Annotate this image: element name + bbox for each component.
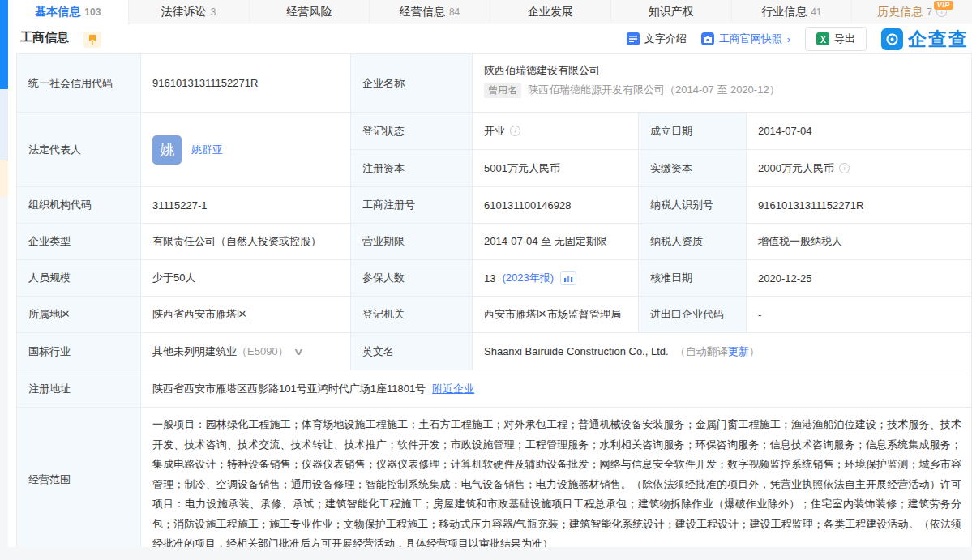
tab-label: 经营风险 [286, 5, 332, 19]
field-value-business-term: 2014-07-04 至 无固定期限 [473, 224, 639, 260]
tab-label: 法律诉讼 [161, 5, 207, 19]
field-label-insured-count: 参保人数 [351, 260, 473, 297]
legal-rep-link[interactable]: 姚群亚 [191, 143, 223, 157]
field-label-staff-size: 人员规模 [17, 260, 141, 297]
field-label-credit-code: 统一社会信用代码 [17, 54, 141, 113]
official-snapshot-label: 工商官网快照 [719, 32, 782, 46]
reg-status-text: 开业 [484, 124, 505, 139]
tab-industry-info[interactable]: 行业信息 41 [731, 0, 852, 24]
field-value-reg-status: 开业 i [473, 113, 639, 150]
field-value-taxpayer-quality: 增值税一般纳税人 [747, 224, 972, 260]
field-value-org-code: 31115227-1 [141, 187, 351, 224]
official-snapshot-button[interactable]: 工商官网快照 › [701, 32, 790, 46]
brand-logo-group: 企查查 [881, 27, 969, 52]
field-label-company-type: 企业类型 [17, 224, 141, 260]
field-label-english-name: 英文名 [351, 333, 473, 370]
export-button[interactable]: 导出 [805, 27, 867, 51]
business-info-table: 统一社会信用代码 91610131311152271R 企业名称 陕西佰瑞德建设… [16, 53, 972, 548]
field-label-reg-status: 登记状态 [351, 113, 473, 150]
nearby-companies-link[interactable]: 附近企业 [432, 382, 474, 396]
field-value-region: 陕西省西安市雁塔区 [141, 297, 351, 333]
field-value-reg-authority: 西安市雁塔区市场监督管理局 [473, 297, 639, 333]
auto-translate-note-close: ） [749, 344, 760, 359]
tab-history-info[interactable]: VIP 历史信息 7 i [851, 0, 972, 24]
brand-name: 企查查 [908, 27, 969, 52]
tab-basic-info[interactable]: 基本信息 103 [8, 0, 128, 24]
field-label-org-code: 组织机构代码 [17, 187, 141, 224]
section-title: 工商信息 [20, 30, 69, 44]
field-value-paid-capital: 2000万元人民币 i [747, 150, 972, 187]
text-intro-label: 文字介绍 [644, 32, 687, 46]
field-value-reg-capital: 5001万元人民币 [473, 150, 639, 187]
tab-label: 知识产权 [649, 5, 694, 19]
qichacha-logo-icon [881, 28, 903, 50]
field-value-industry: 其他未列明建筑业 （E5090） ∨ [141, 333, 351, 370]
insured-count-text: 13 [484, 272, 495, 284]
field-label-business-scope: 经营范围 [17, 408, 141, 548]
tab-label: 企业发展 [528, 5, 573, 19]
field-label-import-export-code: 进出口企业代码 [639, 297, 747, 333]
field-label-business-term: 营业期限 [351, 224, 473, 260]
field-label-reg-capital: 注册资本 [351, 150, 473, 187]
former-name-text: 陕西佰瑞德能源开发有限公司（2014-07 至 2020-12） [528, 83, 780, 96]
field-label-taxpayer-quality: 纳税人资质 [639, 224, 747, 260]
info-icon[interactable]: i [839, 163, 850, 173]
text-intro-button[interactable]: 文字介绍 [627, 32, 687, 46]
field-value-taxpayer-id: 91610131311152271R [747, 187, 972, 224]
export-label: 导出 [834, 32, 855, 46]
trend-chart-icon[interactable] [560, 271, 576, 285]
annual-report-link[interactable]: (2023年报) [502, 271, 554, 285]
page-bottom-strip [0, 547, 972, 560]
industry-text: 其他未列明建筑业 [152, 344, 237, 359]
field-label-establish-date: 成立日期 [639, 113, 747, 150]
tab-company-development[interactable]: 企业发展 [490, 0, 610, 24]
legal-rep-avatar[interactable]: 姚 [152, 135, 182, 165]
floating-sidebar-fragment [0, 0, 8, 560]
field-label-reg-number: 工商注册号 [351, 187, 473, 224]
field-value-business-scope: 一般项目：园林绿化工程施工；体育场地设施工程施工；土石方工程施工；对外承包工程；… [141, 408, 972, 548]
auto-translate-note: （自动翻译 [675, 344, 728, 359]
field-label-industry: 国标行业 [17, 333, 141, 370]
english-name-text: Shaanxi Bairuide Construction Co., Ltd. [484, 345, 669, 357]
field-label-legal-rep: 法定代表人 [17, 113, 141, 187]
floating-sidebar-gray-segment [0, 197, 8, 560]
tab-count: 41 [811, 6, 821, 18]
field-value-company-type: 有限责任公司（自然人投资或控股） [141, 224, 351, 260]
pin-icon[interactable] [83, 32, 101, 48]
tab-label: 经营信息 [400, 5, 445, 19]
tab-label: 行业信息 [761, 5, 807, 19]
toolbar-actions: 文字介绍 工商官网快照 › 导出 企查查 [627, 27, 969, 52]
tab-count: 3 [211, 6, 216, 18]
chevron-right-icon: › [787, 33, 790, 45]
field-label-reg-authority: 登记机关 [351, 297, 473, 333]
tab-operation-risk[interactable]: 经营风险 [249, 0, 370, 24]
section-toolbar: 工商信息 文字介绍 工商官网快照 › [8, 24, 972, 53]
former-name-badge: 曾用名 [484, 83, 521, 98]
tab-operation-info[interactable]: 经营信息 84 [369, 0, 490, 24]
tab-count: 103 [84, 6, 101, 18]
field-value-english-name: Shaanxi Bairuide Construction Co., Ltd. … [473, 333, 972, 370]
field-value-import-export-code: - [747, 297, 972, 333]
industry-code: （E5090） [237, 344, 289, 359]
floating-sidebar-lavender-segment [0, 89, 8, 160]
reg-address-text: 陕西省西安市雁塔区西影路101号亚鸿时代广场1座11801号 [152, 382, 426, 396]
section-tabbar: 基本信息 103 法律诉讼 3 经营风险 经营信息 84 企业发展 知识产权 行… [8, 0, 972, 24]
tab-label: 历史信息 [877, 5, 923, 19]
field-value-establish-date: 2014-07-04 [747, 113, 972, 150]
field-label-taxpayer-id: 纳税人识别号 [639, 187, 747, 224]
floating-sidebar-blue-segment [0, 0, 8, 89]
field-value-company-name: 陕西佰瑞德建设有限公司 曾用名陕西佰瑞德能源开发有限公司（2014-07 至 2… [473, 54, 972, 113]
vip-badge: VIP [934, 1, 953, 10]
chevron-down-icon[interactable]: ∨ [293, 346, 304, 357]
tab-intellectual-property[interactable]: 知识产权 [610, 0, 731, 24]
field-value-approval-date: 2020-12-25 [747, 260, 972, 297]
paid-capital-text: 2000万元人民币 [758, 161, 834, 176]
field-label-region: 所属地区 [17, 297, 141, 333]
translate-update-link[interactable]: 更新 [728, 344, 749, 359]
tab-legal-litigation[interactable]: 法律诉讼 3 [128, 0, 249, 24]
field-value-legal-rep: 姚 姚群亚 [141, 113, 351, 187]
former-name-row: 曾用名陕西佰瑞德能源开发有限公司（2014-07 至 2020-12） [484, 83, 960, 98]
camera-icon [701, 32, 714, 45]
field-value-credit-code: 91610131311152271R [141, 54, 351, 113]
info-icon[interactable]: i [510, 126, 520, 136]
